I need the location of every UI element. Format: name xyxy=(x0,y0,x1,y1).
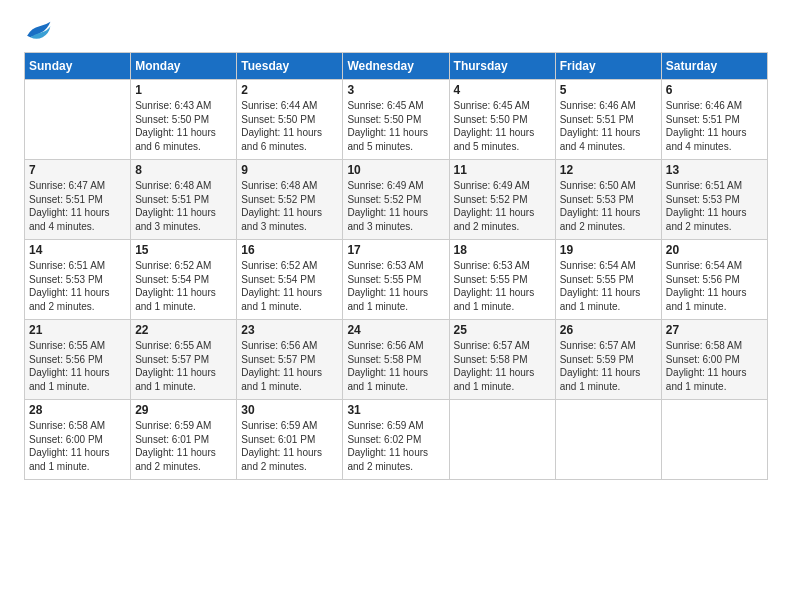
day-info: Sunrise: 6:45 AMSunset: 5:50 PMDaylight:… xyxy=(347,99,444,153)
day-number: 8 xyxy=(135,163,232,177)
day-number: 7 xyxy=(29,163,126,177)
calendar-cell: 2Sunrise: 6:44 AMSunset: 5:50 PMDaylight… xyxy=(237,80,343,160)
day-number: 9 xyxy=(241,163,338,177)
calendar-cell: 30Sunrise: 6:59 AMSunset: 6:01 PMDayligh… xyxy=(237,400,343,480)
day-number: 20 xyxy=(666,243,763,257)
calendar-header-sunday: Sunday xyxy=(25,53,131,80)
calendar-cell: 11Sunrise: 6:49 AMSunset: 5:52 PMDayligh… xyxy=(449,160,555,240)
calendar-cell: 26Sunrise: 6:57 AMSunset: 5:59 PMDayligh… xyxy=(555,320,661,400)
calendar-cell: 16Sunrise: 6:52 AMSunset: 5:54 PMDayligh… xyxy=(237,240,343,320)
day-number: 27 xyxy=(666,323,763,337)
day-number: 14 xyxy=(29,243,126,257)
calendar-cell: 19Sunrise: 6:54 AMSunset: 5:55 PMDayligh… xyxy=(555,240,661,320)
calendar-week-row: 21Sunrise: 6:55 AMSunset: 5:56 PMDayligh… xyxy=(25,320,768,400)
day-number: 4 xyxy=(454,83,551,97)
page-header xyxy=(24,20,768,46)
calendar-cell: 25Sunrise: 6:57 AMSunset: 5:58 PMDayligh… xyxy=(449,320,555,400)
calendar-cell: 28Sunrise: 6:58 AMSunset: 6:00 PMDayligh… xyxy=(25,400,131,480)
day-number: 17 xyxy=(347,243,444,257)
day-info: Sunrise: 6:54 AMSunset: 5:55 PMDaylight:… xyxy=(560,259,657,313)
day-info: Sunrise: 6:54 AMSunset: 5:56 PMDaylight:… xyxy=(666,259,763,313)
day-number: 15 xyxy=(135,243,232,257)
day-info: Sunrise: 6:45 AMSunset: 5:50 PMDaylight:… xyxy=(454,99,551,153)
day-number: 25 xyxy=(454,323,551,337)
calendar-cell: 10Sunrise: 6:49 AMSunset: 5:52 PMDayligh… xyxy=(343,160,449,240)
day-info: Sunrise: 6:57 AMSunset: 5:59 PMDaylight:… xyxy=(560,339,657,393)
day-info: Sunrise: 6:51 AMSunset: 5:53 PMDaylight:… xyxy=(666,179,763,233)
day-info: Sunrise: 6:50 AMSunset: 5:53 PMDaylight:… xyxy=(560,179,657,233)
calendar-cell: 13Sunrise: 6:51 AMSunset: 5:53 PMDayligh… xyxy=(661,160,767,240)
day-info: Sunrise: 6:43 AMSunset: 5:50 PMDaylight:… xyxy=(135,99,232,153)
day-info: Sunrise: 6:52 AMSunset: 5:54 PMDaylight:… xyxy=(135,259,232,313)
day-number: 16 xyxy=(241,243,338,257)
day-number: 18 xyxy=(454,243,551,257)
day-info: Sunrise: 6:59 AMSunset: 6:02 PMDaylight:… xyxy=(347,419,444,473)
calendar-cell: 21Sunrise: 6:55 AMSunset: 5:56 PMDayligh… xyxy=(25,320,131,400)
day-info: Sunrise: 6:55 AMSunset: 5:56 PMDaylight:… xyxy=(29,339,126,393)
day-number: 2 xyxy=(241,83,338,97)
calendar-cell: 20Sunrise: 6:54 AMSunset: 5:56 PMDayligh… xyxy=(661,240,767,320)
day-info: Sunrise: 6:59 AMSunset: 6:01 PMDaylight:… xyxy=(135,419,232,473)
calendar-cell: 22Sunrise: 6:55 AMSunset: 5:57 PMDayligh… xyxy=(131,320,237,400)
calendar-cell: 15Sunrise: 6:52 AMSunset: 5:54 PMDayligh… xyxy=(131,240,237,320)
day-number: 19 xyxy=(560,243,657,257)
calendar-cell: 6Sunrise: 6:46 AMSunset: 5:51 PMDaylight… xyxy=(661,80,767,160)
calendar-cell: 1Sunrise: 6:43 AMSunset: 5:50 PMDaylight… xyxy=(131,80,237,160)
day-number: 21 xyxy=(29,323,126,337)
day-info: Sunrise: 6:58 AMSunset: 6:00 PMDaylight:… xyxy=(29,419,126,473)
calendar-cell: 24Sunrise: 6:56 AMSunset: 5:58 PMDayligh… xyxy=(343,320,449,400)
calendar-cell: 4Sunrise: 6:45 AMSunset: 5:50 PMDaylight… xyxy=(449,80,555,160)
calendar-cell: 17Sunrise: 6:53 AMSunset: 5:55 PMDayligh… xyxy=(343,240,449,320)
day-number: 30 xyxy=(241,403,338,417)
calendar-week-row: 28Sunrise: 6:58 AMSunset: 6:00 PMDayligh… xyxy=(25,400,768,480)
calendar-header-row: SundayMondayTuesdayWednesdayThursdayFrid… xyxy=(25,53,768,80)
day-number: 13 xyxy=(666,163,763,177)
day-info: Sunrise: 6:47 AMSunset: 5:51 PMDaylight:… xyxy=(29,179,126,233)
calendar-cell: 8Sunrise: 6:48 AMSunset: 5:51 PMDaylight… xyxy=(131,160,237,240)
calendar-cell: 23Sunrise: 6:56 AMSunset: 5:57 PMDayligh… xyxy=(237,320,343,400)
calendar-cell xyxy=(661,400,767,480)
calendar-cell: 9Sunrise: 6:48 AMSunset: 5:52 PMDaylight… xyxy=(237,160,343,240)
day-info: Sunrise: 6:46 AMSunset: 5:51 PMDaylight:… xyxy=(666,99,763,153)
calendar-cell: 31Sunrise: 6:59 AMSunset: 6:02 PMDayligh… xyxy=(343,400,449,480)
day-info: Sunrise: 6:49 AMSunset: 5:52 PMDaylight:… xyxy=(454,179,551,233)
day-number: 28 xyxy=(29,403,126,417)
calendar-cell: 12Sunrise: 6:50 AMSunset: 5:53 PMDayligh… xyxy=(555,160,661,240)
calendar-header-monday: Monday xyxy=(131,53,237,80)
day-info: Sunrise: 6:56 AMSunset: 5:57 PMDaylight:… xyxy=(241,339,338,393)
calendar-cell: 14Sunrise: 6:51 AMSunset: 5:53 PMDayligh… xyxy=(25,240,131,320)
calendar-week-row: 14Sunrise: 6:51 AMSunset: 5:53 PMDayligh… xyxy=(25,240,768,320)
calendar-week-row: 1Sunrise: 6:43 AMSunset: 5:50 PMDaylight… xyxy=(25,80,768,160)
day-info: Sunrise: 6:53 AMSunset: 5:55 PMDaylight:… xyxy=(454,259,551,313)
logo xyxy=(24,20,56,46)
day-info: Sunrise: 6:58 AMSunset: 6:00 PMDaylight:… xyxy=(666,339,763,393)
day-info: Sunrise: 6:53 AMSunset: 5:55 PMDaylight:… xyxy=(347,259,444,313)
calendar-table: SundayMondayTuesdayWednesdayThursdayFrid… xyxy=(24,52,768,480)
day-number: 6 xyxy=(666,83,763,97)
calendar-cell: 3Sunrise: 6:45 AMSunset: 5:50 PMDaylight… xyxy=(343,80,449,160)
calendar-cell: 27Sunrise: 6:58 AMSunset: 6:00 PMDayligh… xyxy=(661,320,767,400)
day-number: 5 xyxy=(560,83,657,97)
calendar-header-saturday: Saturday xyxy=(661,53,767,80)
day-number: 23 xyxy=(241,323,338,337)
day-number: 29 xyxy=(135,403,232,417)
day-number: 3 xyxy=(347,83,444,97)
calendar-header-wednesday: Wednesday xyxy=(343,53,449,80)
day-info: Sunrise: 6:44 AMSunset: 5:50 PMDaylight:… xyxy=(241,99,338,153)
calendar-cell: 5Sunrise: 6:46 AMSunset: 5:51 PMDaylight… xyxy=(555,80,661,160)
calendar-cell: 7Sunrise: 6:47 AMSunset: 5:51 PMDaylight… xyxy=(25,160,131,240)
day-info: Sunrise: 6:52 AMSunset: 5:54 PMDaylight:… xyxy=(241,259,338,313)
day-info: Sunrise: 6:59 AMSunset: 6:01 PMDaylight:… xyxy=(241,419,338,473)
day-info: Sunrise: 6:55 AMSunset: 5:57 PMDaylight:… xyxy=(135,339,232,393)
day-info: Sunrise: 6:48 AMSunset: 5:51 PMDaylight:… xyxy=(135,179,232,233)
day-info: Sunrise: 6:46 AMSunset: 5:51 PMDaylight:… xyxy=(560,99,657,153)
day-info: Sunrise: 6:49 AMSunset: 5:52 PMDaylight:… xyxy=(347,179,444,233)
day-info: Sunrise: 6:57 AMSunset: 5:58 PMDaylight:… xyxy=(454,339,551,393)
calendar-cell xyxy=(555,400,661,480)
calendar-cell xyxy=(25,80,131,160)
day-number: 10 xyxy=(347,163,444,177)
calendar-cell: 29Sunrise: 6:59 AMSunset: 6:01 PMDayligh… xyxy=(131,400,237,480)
day-info: Sunrise: 6:48 AMSunset: 5:52 PMDaylight:… xyxy=(241,179,338,233)
calendar-header-friday: Friday xyxy=(555,53,661,80)
calendar-cell: 18Sunrise: 6:53 AMSunset: 5:55 PMDayligh… xyxy=(449,240,555,320)
